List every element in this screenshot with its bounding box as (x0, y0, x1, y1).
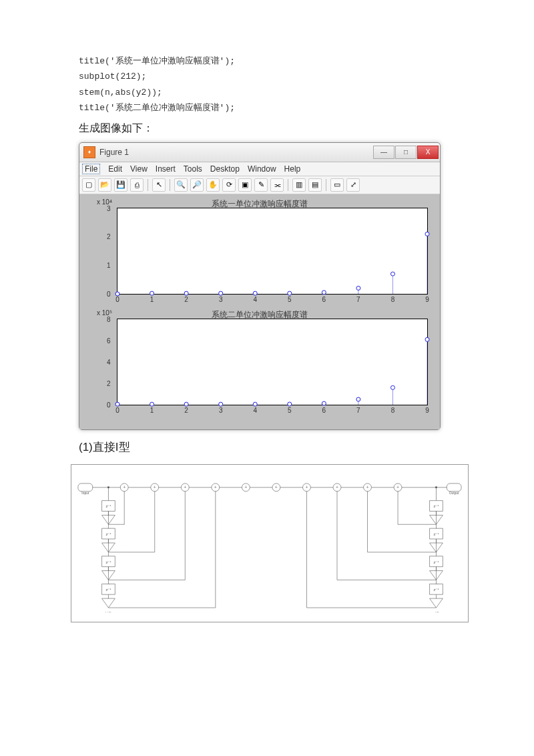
separator-icon (148, 179, 148, 191)
separator-icon (326, 179, 326, 191)
axes: 024680123456789 (117, 319, 428, 405)
menu-help[interactable]: Help (284, 164, 301, 174)
svg-text:z⁻¹: z⁻¹ (434, 560, 439, 564)
svg-point-39 (425, 337, 429, 341)
svg-marker-140 (430, 598, 443, 608)
svg-point-16 (322, 290, 326, 294)
menu-view[interactable]: View (130, 164, 148, 174)
svg-point-37 (356, 397, 360, 401)
svg-point-35 (288, 402, 292, 406)
svg-text:z⁻¹: z⁻¹ (105, 532, 111, 536)
svg-text:b(4): b(4) (105, 611, 111, 612)
close-button[interactable]: X (417, 146, 439, 159)
svg-marker-106 (102, 598, 115, 608)
matlab-figure-window: ♦ Figure 1 — □ X FileEditViewInsertTools… (79, 142, 441, 430)
svg-rect-40 (78, 483, 93, 491)
menu-file[interactable]: File (82, 164, 100, 174)
code-block: title('系统一单位冲激响应幅度谱'); subplot(212); ste… (79, 53, 461, 116)
svg-text:+: + (123, 485, 125, 490)
minimize-button[interactable]: — (373, 146, 394, 159)
svg-point-17 (356, 286, 360, 290)
window-title-bar: ♦ Figure 1 — □ X (79, 143, 440, 162)
svg-rect-42 (447, 483, 461, 491)
brush-icon[interactable]: ✎ (254, 178, 268, 192)
legend-icon[interactable]: ▤ (308, 178, 322, 192)
svg-point-15 (288, 291, 292, 295)
menu-window[interactable]: Window (248, 164, 276, 174)
colorbar-icon[interactable]: ▥ (292, 178, 306, 192)
separator-icon (170, 179, 170, 191)
link-icon[interactable]: ⫘ (270, 178, 284, 192)
menu-edit[interactable]: Edit (108, 164, 122, 174)
svg-text:+: + (184, 485, 186, 490)
subplot-1: x 10⁴系统一单位冲激响应幅度谱01230123456789 (87, 198, 432, 305)
section-heading: (1)直接I型 (79, 439, 461, 455)
menu-bar: FileEditViewInsertToolsDesktopWindowHelp (79, 162, 440, 176)
zoom-out-icon[interactable]: 🔎 (190, 178, 204, 192)
svg-point-14 (253, 291, 257, 295)
menu-insert[interactable]: Insert (156, 164, 176, 174)
svg-text:a(4): a(4) (433, 611, 439, 612)
svg-point-13 (219, 291, 223, 295)
pointer-icon[interactable]: ↖ (152, 178, 166, 192)
toolbar: ▢ 📂 💾 ⎙ ↖ 🔍 🔎 ✋ ⟳ ▣ ✎ ⫘ ▥ ▤ ▭ ⤢ (79, 176, 440, 194)
block-diagram: InputOutput++++++++++z⁻¹b(1)z⁻¹b(2)z⁻¹b(… (71, 474, 468, 613)
svg-text:z⁻¹: z⁻¹ (105, 560, 111, 564)
svg-point-36 (322, 401, 326, 405)
datacursor-icon[interactable]: ▣ (238, 178, 252, 192)
svg-text:+: + (275, 485, 278, 490)
svg-text:+: + (305, 485, 308, 490)
svg-point-34 (253, 402, 257, 406)
matlab-icon: ♦ (83, 146, 95, 158)
svg-point-18 (390, 272, 394, 276)
image-caption: 生成图像如下： (79, 122, 461, 136)
subplot-2: x 10⁵系统二单位冲激响应幅度谱024680123456789 (87, 309, 432, 416)
svg-text:z⁻¹: z⁻¹ (105, 588, 111, 592)
svg-point-38 (390, 385, 394, 389)
svg-text:+: + (396, 485, 399, 490)
svg-text:z⁻¹: z⁻¹ (105, 504, 111, 508)
svg-point-33 (219, 402, 223, 406)
window-title: Figure 1 (99, 148, 373, 157)
pan-icon[interactable]: ✋ (206, 178, 220, 192)
separator-icon (288, 179, 288, 191)
svg-point-12 (184, 291, 188, 295)
svg-point-10 (115, 292, 119, 296)
open-icon[interactable]: 📂 (98, 178, 111, 192)
dock-icon[interactable]: ⤢ (346, 178, 360, 192)
svg-text:+: + (336, 485, 338, 490)
figure-canvas: x 10⁴系统一单位冲激响应幅度谱01230123456789 x 10⁵系统二… (79, 194, 440, 429)
menu-tools[interactable]: Tools (184, 164, 202, 174)
svg-text:+: + (154, 485, 156, 490)
annotate-icon[interactable]: ▭ (330, 178, 344, 192)
svg-text:Input: Input (81, 491, 89, 494)
new-icon[interactable]: ▢ (82, 178, 95, 192)
svg-point-19 (425, 232, 429, 236)
rotate-icon[interactable]: ⟳ (222, 178, 236, 192)
svg-point-31 (150, 402, 154, 406)
svg-point-30 (115, 402, 119, 406)
svg-text:z⁻¹: z⁻¹ (434, 504, 439, 508)
zoom-in-icon[interactable]: 🔍 (174, 178, 188, 192)
simulink-diagram: InputOutput++++++++++z⁻¹b(1)z⁻¹b(2)z⁻¹b(… (71, 464, 469, 623)
svg-text:z⁻¹: z⁻¹ (434, 532, 439, 536)
svg-point-11 (150, 291, 154, 295)
save-icon[interactable]: 💾 (114, 178, 127, 192)
print-icon[interactable]: ⎙ (130, 178, 144, 192)
svg-text:+: + (366, 485, 368, 490)
axes: 01230123456789 (117, 208, 428, 295)
svg-text:z⁻¹: z⁻¹ (434, 588, 439, 592)
svg-text:+: + (214, 485, 217, 490)
menu-desktop[interactable]: Desktop (210, 164, 240, 174)
maximize-button[interactable]: □ (395, 146, 417, 159)
svg-point-32 (184, 402, 188, 406)
svg-text:Output: Output (449, 491, 459, 494)
svg-text:+: + (244, 485, 247, 490)
